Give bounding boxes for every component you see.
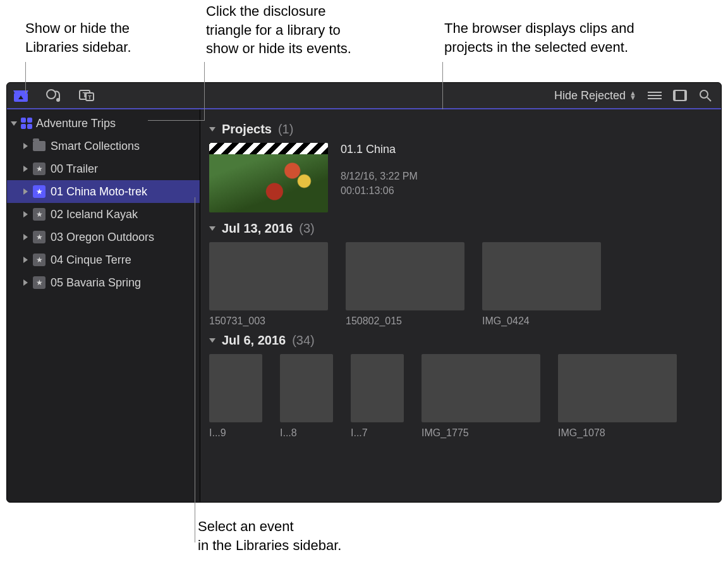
sidebar-event[interactable]: ★00 Trailer: [7, 157, 200, 180]
section-count: (3): [299, 221, 314, 236]
callout-select-event: Select an event in the Libraries sidebar…: [198, 517, 341, 554]
sidebar-event[interactable]: ★03 Oregon Outdoors: [7, 226, 200, 248]
callout-browser: The browser displays clips and projects …: [444, 19, 634, 56]
app-body: Adventure Trips Smart Collections★00 Tra…: [7, 109, 721, 502]
clip-item[interactable]: 150731_003: [209, 242, 328, 327]
event-icon: ★: [33, 254, 46, 266]
clip-grid: I...9I...8I...7IMG_1775IMG_1078: [209, 354, 712, 439]
disclosure-triangle-icon[interactable]: [23, 257, 28, 263]
sidebar-item-label: 01 China Moto-trek: [51, 185, 147, 199]
libraries-sidebar: Adventure Trips Smart Collections★00 Tra…: [7, 109, 200, 502]
clip-grid: 150731_003150802_015IMG_0424: [209, 242, 712, 327]
svg-point-15: [700, 90, 708, 98]
svg-rect-10: [648, 95, 662, 96]
disclosure-triangle-icon[interactable]: [23, 234, 28, 240]
disclosure-triangle-icon[interactable]: [23, 279, 28, 286]
clip-item[interactable]: IMG_1078: [558, 354, 677, 439]
clip-appearance-icon[interactable]: [673, 89, 687, 102]
clip-label: IMG_1775: [422, 427, 540, 439]
clip-thumbnail[interactable]: [482, 242, 601, 310]
project-duration: 00:01:13:06: [341, 183, 418, 198]
sidebar-event[interactable]: ★01 China Moto-trek: [7, 180, 200, 203]
clip-thumbnail[interactable]: [280, 354, 333, 422]
project-date: 8/12/16, 3:22 PM: [341, 169, 418, 183]
chevron-updown-icon: ▲▼: [629, 91, 636, 99]
browser-section-header[interactable]: Jul 13, 2016(3): [209, 221, 712, 236]
list-view-icon[interactable]: [648, 89, 662, 102]
libraries-sidebar-toggle[interactable]: [12, 87, 30, 104]
sidebar-item-label: Smart Collections: [51, 140, 140, 153]
sidebar-event[interactable]: ★04 Cinque Terre: [7, 248, 200, 271]
disclosure-triangle-icon[interactable]: [23, 211, 28, 217]
clip-label: I...8: [280, 427, 333, 439]
disclosure-triangle-icon[interactable]: [11, 121, 17, 126]
section-count: (1): [278, 122, 293, 137]
callout-line: [204, 62, 205, 120]
library-icon: [21, 118, 32, 129]
browser-section-header[interactable]: Projects(1): [209, 122, 712, 137]
clip-item[interactable]: I...8: [280, 354, 333, 439]
titles-generators-sidebar-icon[interactable]: TT: [78, 87, 95, 104]
clip-item[interactable]: 150802_015: [346, 242, 464, 327]
svg-rect-13: [674, 90, 676, 101]
disclosure-triangle-icon[interactable]: [209, 226, 215, 231]
clip-label: IMG_1078: [558, 427, 677, 439]
photos-audio-sidebar-icon[interactable]: [45, 87, 63, 104]
sidebar-event[interactable]: ★02 Iceland Kayak: [7, 203, 200, 226]
library-name: Adventure Trips: [36, 117, 116, 130]
project-item[interactable]: 01.1 China8/12/16, 3:22 PM00:01:13:06: [209, 143, 712, 212]
disclosure-triangle-icon[interactable]: [23, 143, 28, 149]
svg-rect-11: [648, 98, 662, 99]
project-metadata: 01.1 China8/12/16, 3:22 PM00:01:13:06: [341, 143, 418, 212]
disclosure-triangle-icon[interactable]: [23, 188, 28, 195]
search-icon[interactable]: [698, 89, 712, 102]
section-title: Jul 13, 2016: [222, 221, 293, 236]
svg-marker-0: [13, 90, 28, 93]
sidebar-item-label: 05 Bavaria Spring: [51, 276, 141, 290]
svg-rect-14: [684, 90, 686, 101]
event-icon: ★: [33, 185, 46, 198]
svg-text:T: T: [88, 94, 92, 101]
callout-line: [442, 62, 443, 109]
event-icon: ★: [33, 276, 46, 289]
sidebar-event[interactable]: ★05 Bavaria Spring: [7, 271, 200, 294]
clip-browser: Projects(1)01.1 China8/12/16, 3:22 PM00:…: [200, 109, 721, 502]
clip-thumbnail[interactable]: [209, 242, 328, 310]
clip-filter-label: Hide Rejected: [554, 89, 626, 102]
clip-label: I...7: [351, 427, 404, 439]
clip-thumbnail[interactable]: [351, 354, 404, 422]
callout-line: [195, 197, 195, 542]
clip-filter-popup[interactable]: Hide Rejected ▲▼: [554, 89, 636, 102]
callout-sidebar-toggle: Show or hide the Libraries sidebar.: [25, 19, 131, 56]
toolbar: TT Hide Rejected ▲▼: [7, 83, 721, 109]
svg-line-16: [707, 97, 711, 101]
clip-label: I...9: [209, 427, 262, 439]
event-icon: ★: [33, 162, 46, 175]
svg-point-4: [56, 98, 60, 102]
disclosure-triangle-icon[interactable]: [209, 338, 215, 343]
clip-item[interactable]: I...7: [351, 354, 404, 439]
folder-icon: [33, 141, 46, 151]
clip-thumbnail[interactable]: [558, 354, 677, 422]
sidebar-item-label: 02 Iceland Kayak: [51, 208, 138, 221]
clip-item[interactable]: IMG_1775: [422, 354, 540, 439]
sidebar-smart-collections[interactable]: Smart Collections: [7, 135, 200, 157]
project-thumbnail[interactable]: [209, 143, 328, 212]
library-row[interactable]: Adventure Trips: [7, 112, 200, 135]
clip-thumbnail[interactable]: [346, 242, 464, 310]
clip-item[interactable]: IMG_0424: [482, 242, 601, 327]
clip-thumbnail[interactable]: [209, 354, 262, 422]
disclosure-triangle-icon[interactable]: [209, 127, 215, 132]
svg-rect-9: [648, 92, 662, 93]
sidebar-item-label: 03 Oregon Outdoors: [51, 231, 154, 244]
clip-thumbnail[interactable]: [422, 354, 540, 422]
event-icon: ★: [33, 231, 46, 243]
clip-item[interactable]: I...9: [209, 354, 262, 439]
callout-disclosure: Click the disclosure triangle for a libr…: [206, 2, 351, 58]
disclosure-triangle-icon[interactable]: [23, 166, 28, 172]
browser-section-header[interactable]: Jul 6, 2016(34): [209, 333, 712, 348]
app-window: TT Hide Rejected ▲▼ Adventure: [6, 82, 722, 503]
clip-label: 150731_003: [209, 315, 328, 327]
section-title: Jul 6, 2016: [222, 333, 286, 348]
clip-label: IMG_0424: [482, 315, 601, 327]
